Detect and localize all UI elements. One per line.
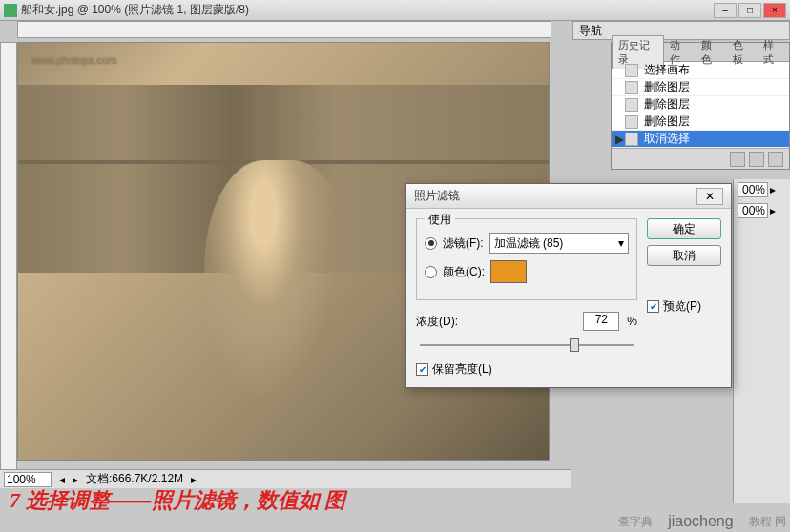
dialog-title-text: 照片滤镜 <box>414 188 696 204</box>
history-step-icon <box>625 115 638 129</box>
chevron-left-icon[interactable]: ◂ <box>59 473 65 486</box>
ruler-vertical <box>0 42 17 475</box>
window-titlebar: 船和女.jpg @ 100% (照片滤镜 1, 图层蒙版/8) – □ × <box>0 0 790 21</box>
filter-value: 加温滤镜 (85) <box>494 235 564 252</box>
dialog-close-button[interactable]: ✕ <box>696 188 723 205</box>
doc-size-text: 文档:666.7K/2.12M <box>86 471 183 487</box>
history-label: 删除图层 <box>644 79 690 95</box>
history-label: 删除图层 <box>644 96 690 113</box>
close-button[interactable]: × <box>763 3 786 18</box>
density-row: 浓度(D): 72 % <box>416 312 637 331</box>
history-step-icon <box>625 64 638 77</box>
history-step-icon <box>625 133 638 146</box>
color-swatch[interactable] <box>490 260 527 283</box>
color-radio-row: 颜色(C): <box>425 257 629 286</box>
history-item[interactable]: 删除图层 <box>612 79 789 96</box>
page-watermark: 查字典 jiaocheng 教程 网 <box>618 513 786 530</box>
fill-row: 00% ▸ <box>734 200 790 221</box>
tutorial-text: 教程 网 <box>749 514 786 530</box>
statusbar: 100% ◂ ▸ 文档:666.7K/2.12M ▸ <box>0 469 571 488</box>
new-snapshot-icon[interactable] <box>730 152 745 167</box>
opacity-row: 00% ▸ <box>734 179 790 200</box>
chevron-right-icon[interactable]: ▸ <box>73 473 78 486</box>
color-label: 颜色(C): <box>443 264 485 280</box>
ruler-horizontal <box>17 21 551 38</box>
maximize-button[interactable]: □ <box>738 3 761 18</box>
slider-thumb[interactable] <box>570 338 579 352</box>
jiaocheng-logo: jiaocheng <box>668 513 734 530</box>
fieldset-legend: 使用 <box>425 212 455 228</box>
window-controls: – □ × <box>714 3 786 18</box>
image-subject <box>204 160 353 432</box>
history-label: 删除图层 <box>644 113 690 130</box>
density-label: 浓度(D): <box>416 314 458 330</box>
new-doc-icon[interactable] <box>749 152 764 167</box>
tab-swatches[interactable]: 色板 <box>727 36 759 69</box>
dialog-body: 使用 滤镜(F): 加温滤镜 (85) ▾ 颜色(C): 浓度(D): <box>406 209 731 387</box>
slider-track-line <box>420 344 634 346</box>
history-item[interactable]: 删除图层 <box>612 96 789 113</box>
trash-icon[interactable] <box>768 152 783 167</box>
zidian-text: 查字典 <box>618 514 653 530</box>
preserve-luminosity-label: 保留亮度(L) <box>432 361 492 378</box>
cancel-button[interactable]: 取消 <box>647 245 721 266</box>
fill-field[interactable]: 00% <box>738 203 768 218</box>
filter-label: 滤镜(F): <box>443 235 484 252</box>
minimize-button[interactable]: – <box>714 3 737 18</box>
dialog-main: 使用 滤镜(F): 加温滤镜 (85) ▾ 颜色(C): 浓度(D): <box>416 218 637 378</box>
tab-styles[interactable]: 样式 <box>758 36 789 69</box>
dialog-titlebar[interactable]: 照片滤镜 ✕ <box>406 184 731 209</box>
history-footer <box>612 148 789 169</box>
preview-checkbox[interactable]: ✔ <box>647 300 659 313</box>
history-current-icon: ▶ <box>615 133 625 146</box>
tab-color[interactable]: 颜色 <box>696 36 727 69</box>
layers-panel-edge: 00% ▸ 00% ▸ <box>733 179 790 503</box>
title-text: 船和女.jpg @ 100% (照片滤镜 1, 图层蒙版/8) <box>21 2 714 18</box>
chevron-right-icon[interactable]: ▸ <box>770 183 776 196</box>
density-unit: % <box>627 315 637 328</box>
density-input[interactable]: 72 <box>583 312 619 331</box>
tutorial-annotation: 7 选择调整——照片滤镜，数值如 图 <box>10 486 345 515</box>
app-icon <box>4 4 17 17</box>
history-item-current[interactable]: ▶ 取消选择 <box>612 131 789 148</box>
preserve-luminosity-row: ✔ 保留亮度(L) <box>416 361 637 378</box>
chevron-down-icon: ▾ <box>618 236 624 250</box>
chevron-right-icon[interactable]: ▸ <box>770 204 776 217</box>
color-radio[interactable] <box>425 266 437 278</box>
zoom-field[interactable]: 100% <box>4 472 52 487</box>
history-item[interactable]: 删除图层 <box>612 113 789 131</box>
density-slider[interactable] <box>420 337 634 354</box>
dialog-buttons: 确定 取消 ✔ 预览(P) <box>647 218 721 378</box>
ok-button[interactable]: 确定 <box>647 218 721 239</box>
watermark-text: www.photops.com <box>31 54 116 66</box>
chevron-right-icon[interactable]: ▸ <box>191 473 197 486</box>
history-label: 选择画布 <box>644 62 690 78</box>
filter-radio[interactable] <box>425 237 437 250</box>
history-step-icon <box>625 98 638 112</box>
history-panel: 历史记录 动作 颜色 色板 样式 选择画布 删除图层 删除图层 删除图层 ▶ <box>611 42 790 170</box>
preview-row: ✔ 预览(P) <box>647 298 721 315</box>
use-fieldset: 使用 滤镜(F): 加温滤镜 (85) ▾ 颜色(C): <box>416 218 637 300</box>
history-step-icon <box>625 81 638 94</box>
photo-filter-dialog: 照片滤镜 ✕ 使用 滤镜(F): 加温滤镜 (85) ▾ 颜色(C): <box>405 183 732 388</box>
navigator-label: 导航 <box>579 23 602 39</box>
panel-tabs: 历史记录 动作 颜色 色板 样式 <box>612 43 789 62</box>
history-list: 选择画布 删除图层 删除图层 删除图层 ▶ 取消选择 <box>612 62 789 148</box>
preview-label: 预览(P) <box>663 298 701 315</box>
filter-select[interactable]: 加温滤镜 (85) ▾ <box>489 233 629 254</box>
preserve-luminosity-checkbox[interactable]: ✔ <box>416 363 428 376</box>
filter-radio-row: 滤镜(F): 加温滤镜 (85) ▾ <box>425 229 629 257</box>
opacity-field[interactable]: 00% <box>738 182 768 197</box>
history-label: 取消选择 <box>644 131 690 147</box>
